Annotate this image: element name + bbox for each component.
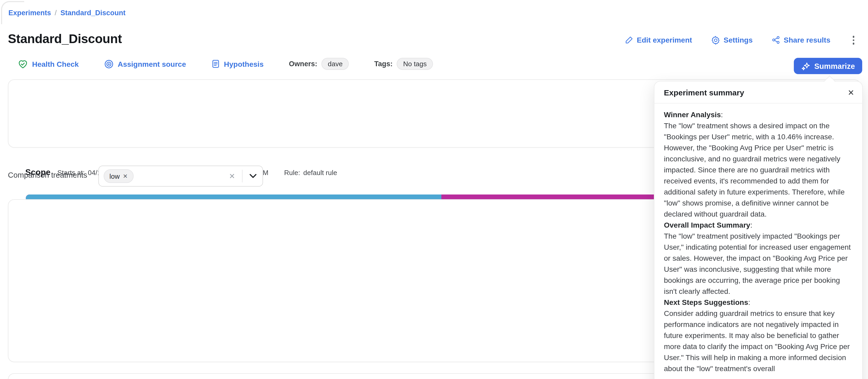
close-icon[interactable]: ✕ (848, 89, 854, 97)
summarize-button[interactable]: Summarize (794, 58, 862, 74)
more-options-kebab-icon[interactable] (849, 34, 858, 46)
pencil-icon (625, 36, 633, 44)
tags-label: Tags: (374, 60, 393, 68)
summary-section-next-steps: Next Steps Suggestions: Consider adding … (664, 297, 853, 374)
breadcrumb: Experiments / Standard_Discount (8, 9, 125, 17)
target-icon (104, 59, 113, 69)
select-divider (242, 170, 243, 182)
health-check-link[interactable]: Health Check (18, 59, 79, 69)
scope-rule: Rule: default rule (284, 169, 337, 176)
panel-body: Winner Analysis: The "low" treatment sho… (664, 109, 853, 374)
settings-button[interactable]: Settings (711, 36, 752, 45)
comparison-treatments-select[interactable]: low ✕ ✕ (98, 166, 263, 186)
hypothesis-link[interactable]: Hypothesis (211, 59, 264, 68)
select-clear-icon[interactable]: ✕ (229, 172, 235, 180)
share-icon (772, 36, 780, 44)
share-results-button[interactable]: Share results (772, 36, 830, 44)
sparkles-icon (801, 62, 810, 70)
owners-label: Owners: (289, 60, 317, 68)
panel-title: Experiment summary (664, 88, 744, 97)
experiment-results-page: Experiments / Standard_Discount Standard… (0, 0, 868, 379)
owner-pill[interactable]: dave (321, 58, 349, 70)
heart-check-icon (18, 59, 28, 69)
document-icon (211, 59, 220, 68)
breadcrumb-current-link[interactable]: Standard_Discount (61, 9, 126, 17)
chip-remove-icon[interactable]: ✕ (123, 173, 128, 179)
summary-section-overall-impact: Overall Impact Summary: The "low" treatm… (664, 220, 853, 297)
breadcrumb-separator: / (55, 9, 57, 17)
gear-icon (711, 36, 720, 45)
comparison-treatments-label: Comparison treatments (8, 171, 87, 179)
panel-divider (654, 103, 862, 104)
tags-group: Tags: No tags (374, 58, 433, 70)
summary-section-winner-analysis: Winner Analysis: The "low" treatment sho… (664, 109, 853, 220)
owners-group: Owners: dave (289, 58, 349, 70)
experiment-meta-row: Health Check Assignment source Hypothesi… (18, 58, 433, 70)
page-title: Standard_Discount (8, 32, 122, 46)
assignment-source-link[interactable]: Assignment source (104, 59, 186, 69)
breadcrumb-experiments-link[interactable]: Experiments (8, 9, 51, 17)
tags-pill[interactable]: No tags (397, 58, 433, 70)
experiment-summary-panel: Experiment summary ✕ Winner Analysis: Th… (654, 81, 863, 379)
header-actions: Edit experiment Settings Share results (625, 34, 858, 46)
chevron-down-icon[interactable] (249, 174, 257, 178)
edit-experiment-button[interactable]: Edit experiment (625, 36, 692, 44)
treatment-chip-low[interactable]: low ✕ (104, 169, 133, 183)
